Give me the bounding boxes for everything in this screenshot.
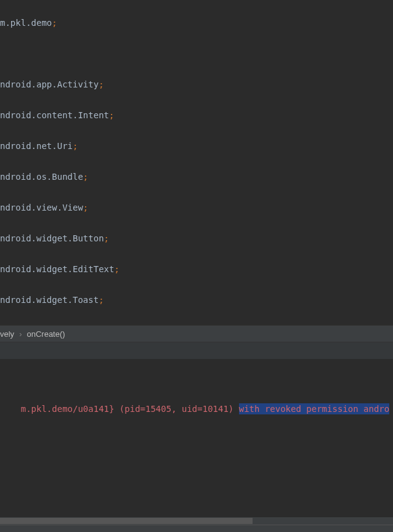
status-bar xyxy=(0,525,393,532)
semicolon: ; xyxy=(114,264,119,274)
import-text: ndroid.net.Uri xyxy=(0,141,73,151)
import-text: ndroid.widget.Toast xyxy=(0,295,99,305)
semicolon: ; xyxy=(52,18,57,28)
import-text: ndroid.widget.Button xyxy=(0,233,104,243)
horizontal-scrollbar[interactable] xyxy=(0,517,393,525)
semicolon: ; xyxy=(99,295,103,305)
scrollbar-thumb[interactable] xyxy=(0,518,253,524)
import-text: ndroid.widget.EditText xyxy=(0,264,114,274)
console-output[interactable]: m.pkl.demo/u0a141} (pid=15405, uid=10141… xyxy=(0,360,393,517)
semicolon: ; xyxy=(83,203,88,212)
breadcrumb-item[interactable]: onCreate() xyxy=(26,329,65,339)
semicolon: ; xyxy=(83,172,88,182)
semicolon: ; xyxy=(109,110,114,120)
import-text: ndroid.content.Intent xyxy=(0,110,109,120)
chevron-right-icon: › xyxy=(19,329,22,339)
import-text: ndroid.os.Bundle xyxy=(0,172,83,182)
semicolon: ; xyxy=(104,233,109,243)
import-text: ndroid.app.Activity xyxy=(0,79,99,89)
import-text: ndroid.view.View xyxy=(0,203,83,212)
log-error-text: m.pkl.demo/u0a141} (pid=15405, uid=10141… xyxy=(21,404,239,414)
code-text: m.pkl.demo xyxy=(0,18,52,28)
semicolon: ; xyxy=(73,141,78,151)
console-toolbar xyxy=(0,342,393,360)
breadcrumb-item[interactable]: vely xyxy=(0,329,14,339)
semicolon: ; xyxy=(99,79,103,89)
selected-text: with revoked permission andro xyxy=(239,403,389,414)
breadcrumb[interactable]: vely › onCreate() xyxy=(0,325,393,342)
